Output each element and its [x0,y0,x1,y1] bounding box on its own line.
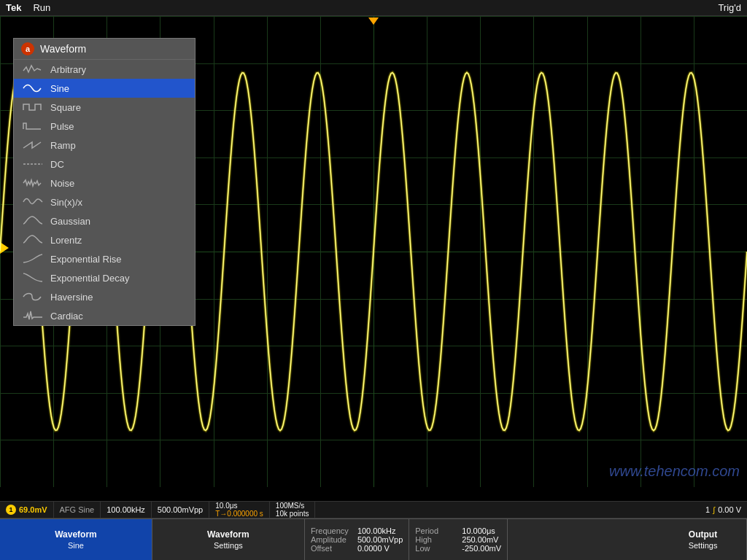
frequency-row: Frequency 100.00kHz [311,526,403,535]
time-offset: T→0.000000 s [215,510,263,518]
exp_decay-label: Exponential Decay [50,273,187,284]
sample-segment: 100MS/s 10k points [270,501,316,518]
output-btn-line2: Settings [689,541,718,550]
exp_rise-label: Exponential Rise [50,254,187,265]
menu-item-haversine[interactable]: Haversine [14,287,195,306]
btn1-line2: Sine [68,541,84,550]
square-icon [21,101,44,114]
btn1-line1: Waveform [55,529,97,540]
noise-icon [21,176,44,190]
btn2-line2: Settings [214,541,243,550]
afg-segment: AFG Sine [54,502,101,518]
trig-status: Trig'd [718,2,741,13]
ramp-icon [21,139,44,152]
haversine-label: Haversine [50,292,187,303]
output-btn-line1: Output [689,529,717,540]
afg-label: AFG [60,505,77,514]
waveform-sine-button[interactable]: Waveform Sine [0,519,152,560]
menu-item-cardiac[interactable]: Cardiac [14,306,195,325]
amplitude-value: 500.00mVpp [357,535,403,544]
high-label: High [415,535,459,544]
afg-amp-segment: 500.00mVpp [152,502,209,518]
run-status: Run [33,2,50,13]
noise-label: Noise [50,178,187,189]
ch1-voltage-value: 69.0mV [19,505,47,514]
period-block: Period 10.000μs High 250.00mV Low -250.0… [409,519,508,560]
waveform-menu-title: Waveform [40,43,86,55]
low-label: Low [415,544,459,553]
menu-item-square[interactable]: Square [14,98,195,117]
lorentz-label: Lorentz [50,235,187,246]
offset-label: Offset [311,544,355,553]
arbitrary-label: Arbitrary [50,64,187,75]
brand-label: Tek [6,2,21,13]
amplitude-row: Amplitude 500.00mVpp [311,535,403,544]
output-settings-button[interactable]: Output Settings [659,519,747,560]
time-per-div: 10.0μs [215,502,263,510]
low-value: -250.00mV [462,544,501,553]
a-badge: a [21,42,34,55]
bottom-bar: Waveform Sine Waveform Settings Frequenc… [0,518,747,560]
period-value: 10.000μs [462,526,495,535]
ch1-right-badge: 1 [705,505,710,514]
period-row: Period 10.000μs [415,526,501,535]
menu-item-lorentz[interactable]: Lorentz [14,230,195,249]
menu-item-dc[interactable]: DC [14,155,195,174]
exp_decay-icon [21,271,44,284]
menu-item-pulse[interactable]: Pulse [14,117,195,136]
frequency-value: 100.00kHz [357,526,396,535]
ch1-badge: 1 [6,505,16,515]
afg-freq-segment: 100.00kHz [101,502,152,518]
high-value: 250.00mV [462,535,498,544]
param-block: Frequency 100.00kHz Amplitude 500.00mVpp… [305,519,409,560]
spacer [508,519,659,560]
frequency-label: Frequency [311,526,355,535]
time-segment: 10.0μs T→0.000000 s [209,501,270,518]
offset-value: 0.0000 V [357,544,390,553]
menu-item-arbitrary[interactable]: Arbitrary [14,60,195,79]
menu-item-noise[interactable]: Noise [14,174,195,192]
high-row: High 250.00mV [415,535,501,544]
sine-label: Sine [50,83,187,94]
ch1-voltage-segment: 1 69.0mV [0,502,54,518]
ch1-right-value: 0.00 V [718,505,741,514]
watermark: www.tehencom.com [609,463,740,480]
sinx-label: Sin(x)/x [50,197,187,208]
cardiac-icon [21,309,44,322]
haversine-icon [21,290,44,303]
offset-row: Offset 0.0000 V [311,544,403,553]
waveform-menu-header: a Waveform [14,39,195,60]
menu-item-exp_rise[interactable]: Exponential Rise [14,249,195,268]
pulse-label: Pulse [50,121,187,132]
afg-amp: 500.00mVpp [158,505,203,514]
gaussian-icon [21,214,44,228]
lorentz-icon [21,233,44,246]
top-bar: Tek Run Trig'd [0,0,747,16]
sinx-icon [21,195,44,209]
gaussian-label: Gaussian [50,216,187,227]
sample-rate: 100MS/s [276,502,309,510]
arbitrary-icon [21,63,44,76]
status-bar: 1 69.0mV AFG Sine 100.00kHz 500.00mVpp 1… [0,501,747,518]
low-row: Low -250.00mV [415,544,501,553]
cardiac-label: Cardiac [50,311,187,322]
menu-items-container: Arbitrary Sine Square Pulse Ramp DC Nois… [14,60,195,325]
menu-item-exp_decay[interactable]: Exponential Decay [14,268,195,287]
period-label: Period [415,526,459,535]
sine-icon [21,82,44,95]
ramp-label: Ramp [50,140,187,151]
menu-item-sine[interactable]: Sine [14,79,195,98]
menu-item-gaussian[interactable]: Gaussian [14,211,195,230]
waveform-settings-button[interactable]: Waveform Settings [152,519,305,560]
dc-icon [21,158,44,171]
menu-item-sinx[interactable]: Sin(x)/x [14,192,195,211]
sine-waveform-icon: ∫ [713,505,715,514]
ch1-right-segment: 1 ∫ 0.00 V [700,505,747,514]
sample-points: 10k points [276,510,309,518]
menu-item-ramp[interactable]: Ramp [14,136,195,155]
amplitude-label: Amplitude [311,535,355,544]
dc-label: DC [50,159,187,170]
afg-wave: Sine [78,505,94,514]
afg-freq: 100.00kHz [107,505,145,514]
waveform-menu: a Waveform Arbitrary Sine Square Pulse R… [13,38,196,326]
